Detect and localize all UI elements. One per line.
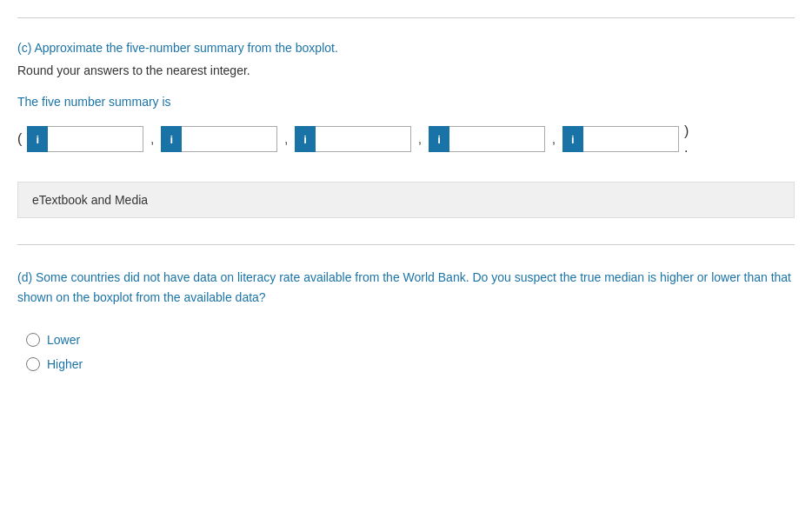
round-note: Round your answers to the nearest intege… — [17, 63, 795, 77]
close-paren: ) — [684, 123, 689, 139]
info-button-1[interactable]: i — [27, 126, 48, 152]
radio-item-higher[interactable]: Higher — [26, 357, 795, 371]
section-d-question: (d) Some countries did not have data on … — [17, 268, 795, 307]
input-group-5: i — [562, 126, 679, 152]
five-number-input-4[interactable] — [449, 126, 545, 152]
dot: . — [684, 139, 688, 156]
five-number-input-3[interactable] — [316, 126, 411, 152]
section-c-instruction: (c) Approximate the five-number summary … — [17, 41, 795, 55]
input-group-1: i — [27, 126, 143, 152]
close-paren-group: ) . — [684, 123, 689, 156]
radio-higher[interactable] — [26, 357, 40, 371]
etextbook-bar[interactable]: eTextbook and Media — [17, 182, 795, 218]
section-d: (d) Some countries did not have data on … — [17, 259, 795, 380]
radio-item-lower[interactable]: Lower — [26, 333, 795, 347]
radio-lower-label: Lower — [47, 333, 80, 347]
section-divider — [17, 244, 795, 245]
five-number-label: The five number summary is — [17, 95, 795, 109]
comma-3: , — [418, 132, 422, 146]
radio-lower[interactable] — [26, 333, 40, 347]
section-c: (c) Approximate the five-number summary … — [17, 32, 795, 156]
radio-group: Lower Higher — [17, 333, 795, 371]
input-group-4: i — [429, 126, 545, 152]
info-button-4[interactable]: i — [429, 126, 449, 152]
open-paren: ( — [17, 131, 22, 147]
etextbook-label: eTextbook and Media — [32, 193, 148, 207]
five-number-input-1[interactable] — [48, 126, 143, 152]
five-number-input-5[interactable] — [583, 126, 679, 152]
comma-2: , — [284, 132, 288, 146]
comma-1: , — [150, 132, 154, 146]
input-group-3: i — [295, 126, 411, 152]
info-button-2[interactable]: i — [161, 126, 182, 152]
input-group-2: i — [161, 126, 277, 152]
comma-4: , — [552, 132, 556, 146]
five-number-input-2[interactable] — [182, 126, 277, 152]
radio-higher-label: Higher — [47, 357, 83, 371]
info-button-5[interactable]: i — [562, 126, 583, 152]
five-number-input-row: ( i , i , i , i , i ) . — [17, 123, 795, 156]
info-button-3[interactable]: i — [295, 126, 316, 152]
